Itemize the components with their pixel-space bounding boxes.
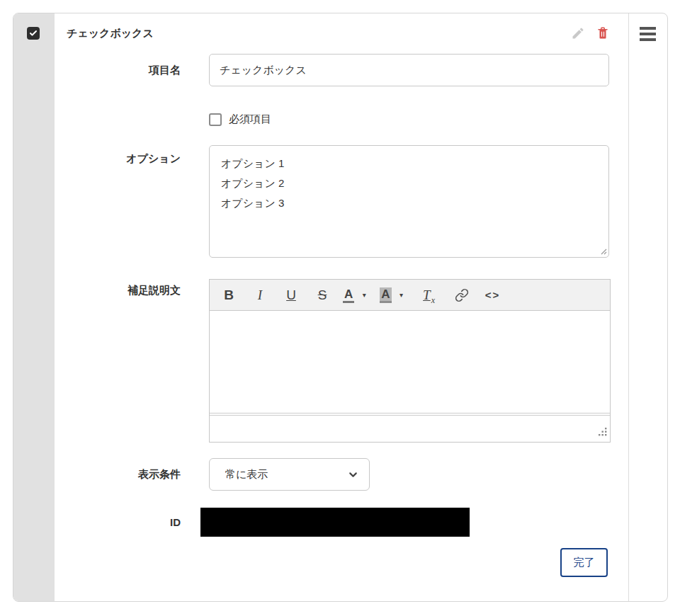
item-name-input[interactable] <box>209 54 609 86</box>
options-label: オプション <box>55 145 209 261</box>
description-label: 補足説明文 <box>55 279 209 443</box>
display-condition-select[interactable]: 常に表示 <box>209 458 370 491</box>
bold-button[interactable]: B <box>218 283 239 307</box>
checkmark-icon <box>29 29 38 38</box>
richtext-editor: B I U S A ▾ A ▾ Tx <> <box>209 279 611 443</box>
editor-header: チェックボックス <box>55 19 628 47</box>
edit-pencil-icon[interactable] <box>571 26 585 40</box>
required-label: 必須項目 <box>229 113 271 126</box>
done-button[interactable]: 完了 <box>560 548 608 577</box>
display-condition-label: 表示条件 <box>55 458 209 491</box>
row-options: オプション オプション 1 オプション 2 オプション 3 <box>55 145 628 261</box>
field-type-title: チェックボックス <box>67 27 154 40</box>
highlight-color-dropdown-icon[interactable]: ▾ <box>396 283 407 307</box>
row-display-condition: 表示条件 常に表示 <box>55 458 628 491</box>
editor-resize-grip-icon[interactable] <box>598 426 607 439</box>
field-id-redacted-value <box>200 508 470 537</box>
row-done: 完了 <box>55 548 628 577</box>
underline-button[interactable]: U <box>280 283 302 307</box>
code-view-button[interactable]: <> <box>482 283 504 307</box>
italic-button[interactable]: I <box>249 283 271 307</box>
required-checkbox[interactable] <box>209 113 222 126</box>
highlight-color-button[interactable]: A <box>380 287 391 303</box>
richtext-statusbar <box>210 415 610 442</box>
chevron-down-icon <box>347 469 359 481</box>
header-actions <box>571 26 610 40</box>
field-id-label: ID <box>55 508 209 537</box>
text-color-dropdown-icon[interactable]: ▾ <box>358 283 370 307</box>
item-name-label: 項目名 <box>55 54 209 86</box>
richtext-content-area[interactable] <box>210 311 610 413</box>
strikethrough-button[interactable]: S <box>312 283 333 307</box>
field-editor-card: チェックボックス 項目名 <box>13 13 668 602</box>
text-color-button[interactable]: A <box>343 287 354 303</box>
selected-option: 常に表示 <box>225 468 268 481</box>
textarea-resize-grip-icon[interactable] <box>600 245 607 258</box>
link-icon[interactable] <box>451 283 472 307</box>
drag-handle-hamburger-icon[interactable] <box>640 27 656 41</box>
options-textarea[interactable]: オプション 1 オプション 2 オプション 3 <box>209 145 609 258</box>
delete-trash-icon[interactable] <box>596 26 610 40</box>
row-required: 必須項目 <box>55 113 628 126</box>
right-strip <box>628 13 667 601</box>
field-editor-main: チェックボックス 項目名 <box>55 13 628 601</box>
left-drag-strip <box>13 13 55 601</box>
row-item-name: 項目名 <box>55 54 628 86</box>
row-description: 補足説明文 B I U S A ▾ A ▾ Tx <box>55 279 628 443</box>
richtext-toolbar: B I U S A ▾ A ▾ Tx <> <box>210 280 610 311</box>
clear-formatting-button[interactable]: Tx <box>417 283 441 307</box>
field-selected-checkbox[interactable] <box>27 27 40 40</box>
row-field-id: ID <box>55 508 628 537</box>
